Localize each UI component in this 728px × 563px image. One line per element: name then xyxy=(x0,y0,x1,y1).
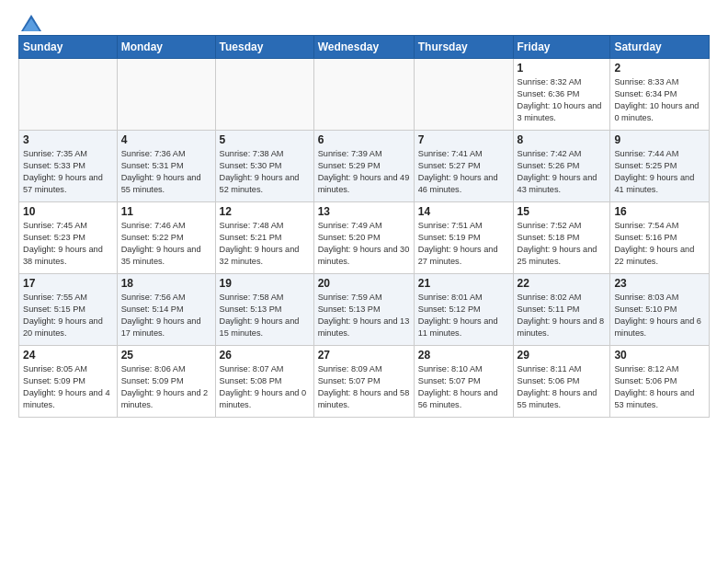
day-number: 3 xyxy=(23,133,113,146)
day-info: Sunrise: 7:59 AM Sunset: 5:13 PM Dayligh… xyxy=(318,292,410,339)
day-number: 27 xyxy=(318,349,410,362)
day-info: Sunrise: 7:49 AM Sunset: 5:20 PM Dayligh… xyxy=(318,220,410,268)
day-info: Sunrise: 8:05 AM Sunset: 5:09 PM Dayligh… xyxy=(23,363,113,411)
day-number: 30 xyxy=(614,349,705,362)
day-info: Sunrise: 8:33 AM Sunset: 6:34 PM Dayligh… xyxy=(614,76,705,124)
week-row-0: 1Sunrise: 8:32 AM Sunset: 6:36 PM Daylig… xyxy=(19,59,710,131)
day-info: Sunrise: 8:12 AM Sunset: 5:06 PM Dayligh… xyxy=(614,363,705,411)
day-info: Sunrise: 8:07 AM Sunset: 5:08 PM Dayligh… xyxy=(220,363,310,411)
day-number: 23 xyxy=(614,277,705,290)
day-number: 28 xyxy=(418,349,509,362)
logo-icon xyxy=(21,15,41,31)
calendar-cell: 26Sunrise: 8:07 AM Sunset: 5:08 PM Dayli… xyxy=(215,346,313,418)
day-info: Sunrise: 7:55 AM Sunset: 5:15 PM Dayligh… xyxy=(23,292,113,339)
day-number: 14 xyxy=(418,205,509,218)
day-number: 21 xyxy=(418,277,509,290)
calendar-cell xyxy=(19,59,118,131)
day-info: Sunrise: 7:52 AM Sunset: 5:18 PM Dayligh… xyxy=(518,220,607,268)
calendar-cell: 5Sunrise: 7:38 AM Sunset: 5:30 PM Daylig… xyxy=(215,131,313,202)
calendar-cell: 27Sunrise: 8:09 AM Sunset: 5:07 PM Dayli… xyxy=(313,346,414,418)
day-info: Sunrise: 7:41 AM Sunset: 5:27 PM Dayligh… xyxy=(418,148,509,196)
weekday-header-wednesday: Wednesday xyxy=(313,36,414,59)
day-number: 8 xyxy=(518,133,607,146)
day-info: Sunrise: 7:45 AM Sunset: 5:23 PM Dayligh… xyxy=(23,220,113,268)
day-number: 7 xyxy=(418,133,509,146)
day-info: Sunrise: 8:11 AM Sunset: 5:06 PM Dayligh… xyxy=(518,363,607,411)
calendar-cell: 3Sunrise: 7:35 AM Sunset: 5:33 PM Daylig… xyxy=(19,131,118,202)
calendar-cell: 24Sunrise: 8:05 AM Sunset: 5:09 PM Dayli… xyxy=(19,346,118,418)
day-number: 29 xyxy=(518,349,607,362)
weekday-header-thursday: Thursday xyxy=(414,36,513,59)
calendar-cell: 20Sunrise: 7:59 AM Sunset: 5:13 PM Dayli… xyxy=(313,274,414,346)
day-info: Sunrise: 8:10 AM Sunset: 5:07 PM Dayligh… xyxy=(418,363,509,411)
day-info: Sunrise: 7:36 AM Sunset: 5:31 PM Dayligh… xyxy=(121,148,211,196)
calendar-cell: 6Sunrise: 7:39 AM Sunset: 5:29 PM Daylig… xyxy=(313,131,414,202)
day-number: 16 xyxy=(614,205,705,218)
calendar-cell: 1Sunrise: 8:32 AM Sunset: 6:36 PM Daylig… xyxy=(513,59,610,131)
week-row-4: 24Sunrise: 8:05 AM Sunset: 5:09 PM Dayli… xyxy=(19,346,710,418)
calendar-cell xyxy=(313,59,414,131)
day-info: Sunrise: 7:48 AM Sunset: 5:21 PM Dayligh… xyxy=(220,220,310,268)
weekday-header-tuesday: Tuesday xyxy=(215,36,313,59)
day-number: 5 xyxy=(220,133,310,146)
day-number: 12 xyxy=(220,205,310,218)
day-info: Sunrise: 8:01 AM Sunset: 5:12 PM Dayligh… xyxy=(418,292,509,339)
calendar-cell: 29Sunrise: 8:11 AM Sunset: 5:06 PM Dayli… xyxy=(513,346,610,418)
week-row-3: 17Sunrise: 7:55 AM Sunset: 5:15 PM Dayli… xyxy=(19,274,710,346)
day-info: Sunrise: 8:06 AM Sunset: 5:09 PM Dayligh… xyxy=(121,363,211,411)
header-area xyxy=(18,15,710,28)
calendar-cell xyxy=(215,59,313,131)
calendar-cell: 4Sunrise: 7:36 AM Sunset: 5:31 PM Daylig… xyxy=(117,131,215,202)
day-number: 10 xyxy=(23,205,113,218)
day-info: Sunrise: 7:38 AM Sunset: 5:30 PM Dayligh… xyxy=(220,148,310,196)
day-info: Sunrise: 7:56 AM Sunset: 5:14 PM Dayligh… xyxy=(121,292,211,339)
calendar-cell: 22Sunrise: 8:02 AM Sunset: 5:11 PM Dayli… xyxy=(513,274,610,346)
calendar-cell: 14Sunrise: 7:51 AM Sunset: 5:19 PM Dayli… xyxy=(414,202,513,274)
day-number: 9 xyxy=(614,133,705,146)
day-info: Sunrise: 7:54 AM Sunset: 5:16 PM Dayligh… xyxy=(614,220,705,268)
day-number: 22 xyxy=(518,277,607,290)
day-number: 17 xyxy=(23,277,113,290)
day-info: Sunrise: 7:39 AM Sunset: 5:29 PM Dayligh… xyxy=(318,148,410,196)
calendar-cell: 18Sunrise: 7:56 AM Sunset: 5:14 PM Dayli… xyxy=(117,274,215,346)
weekday-header-row: SundayMondayTuesdayWednesdayThursdayFrid… xyxy=(19,36,710,59)
day-info: Sunrise: 8:03 AM Sunset: 5:10 PM Dayligh… xyxy=(614,292,705,339)
weekday-header-saturday: Saturday xyxy=(610,36,710,59)
calendar-cell: 15Sunrise: 7:52 AM Sunset: 5:18 PM Dayli… xyxy=(513,202,610,274)
calendar-cell: 17Sunrise: 7:55 AM Sunset: 5:15 PM Dayli… xyxy=(19,274,118,346)
calendar-cell: 19Sunrise: 7:58 AM Sunset: 5:13 PM Dayli… xyxy=(215,274,313,346)
calendar-cell: 10Sunrise: 7:45 AM Sunset: 5:23 PM Dayli… xyxy=(19,202,118,274)
calendar-cell: 9Sunrise: 7:44 AM Sunset: 5:25 PM Daylig… xyxy=(610,131,710,202)
day-number: 6 xyxy=(318,133,410,146)
calendar-cell: 12Sunrise: 7:48 AM Sunset: 5:21 PM Dayli… xyxy=(215,202,313,274)
calendar-cell: 13Sunrise: 7:49 AM Sunset: 5:20 PM Dayli… xyxy=(313,202,414,274)
day-info: Sunrise: 7:51 AM Sunset: 5:19 PM Dayligh… xyxy=(418,220,509,268)
day-info: Sunrise: 7:35 AM Sunset: 5:33 PM Dayligh… xyxy=(23,148,113,196)
calendar-cell xyxy=(414,59,513,131)
day-number: 24 xyxy=(23,349,113,362)
day-number: 2 xyxy=(614,62,705,75)
calendar-cell: 28Sunrise: 8:10 AM Sunset: 5:07 PM Dayli… xyxy=(414,346,513,418)
day-info: Sunrise: 7:44 AM Sunset: 5:25 PM Dayligh… xyxy=(614,148,705,196)
week-row-2: 10Sunrise: 7:45 AM Sunset: 5:23 PM Dayli… xyxy=(19,202,710,274)
day-number: 15 xyxy=(518,205,607,218)
day-info: Sunrise: 7:46 AM Sunset: 5:22 PM Dayligh… xyxy=(121,220,211,268)
calendar-cell: 8Sunrise: 7:42 AM Sunset: 5:26 PM Daylig… xyxy=(513,131,610,202)
day-info: Sunrise: 7:58 AM Sunset: 5:13 PM Dayligh… xyxy=(220,292,310,339)
calendar-cell: 11Sunrise: 7:46 AM Sunset: 5:22 PM Dayli… xyxy=(117,202,215,274)
day-number: 19 xyxy=(220,277,310,290)
day-number: 1 xyxy=(518,62,607,75)
logo xyxy=(18,15,41,28)
weekday-header-sunday: Sunday xyxy=(19,36,118,59)
day-number: 11 xyxy=(121,205,211,218)
calendar-cell xyxy=(117,59,215,131)
day-number: 13 xyxy=(318,205,410,218)
day-info: Sunrise: 7:42 AM Sunset: 5:26 PM Dayligh… xyxy=(518,148,607,196)
calendar-cell: 7Sunrise: 7:41 AM Sunset: 5:27 PM Daylig… xyxy=(414,131,513,202)
day-number: 20 xyxy=(318,277,410,290)
calendar-cell: 23Sunrise: 8:03 AM Sunset: 5:10 PM Dayli… xyxy=(610,274,710,346)
day-info: Sunrise: 8:02 AM Sunset: 5:11 PM Dayligh… xyxy=(518,292,607,339)
weekday-header-friday: Friday xyxy=(513,36,610,59)
calendar-cell: 25Sunrise: 8:06 AM Sunset: 5:09 PM Dayli… xyxy=(117,346,215,418)
weekday-header-monday: Monday xyxy=(117,36,215,59)
